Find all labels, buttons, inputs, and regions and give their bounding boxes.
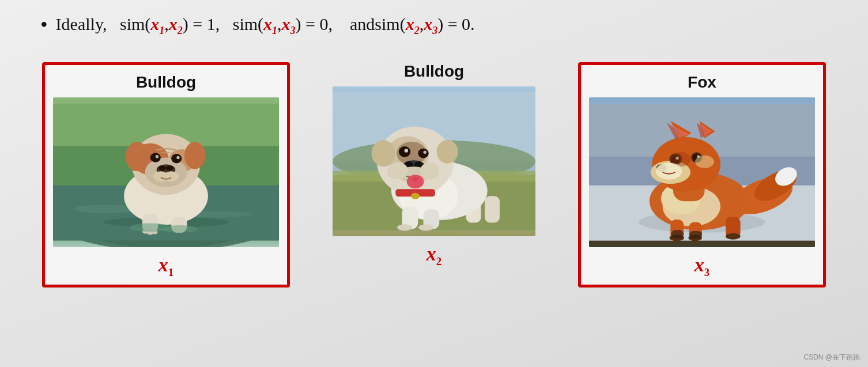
svg-point-62	[437, 140, 458, 164]
svg-point-91	[695, 156, 714, 168]
card3-image	[589, 97, 815, 247]
ideally-word: Ideally,	[56, 12, 120, 36]
sim-close-3: ) = 0.	[437, 12, 474, 36]
svg-point-31	[164, 172, 179, 182]
cards-area: Bulldog	[23, 56, 845, 361]
sim-func-1: sim(	[120, 12, 150, 36]
svg-point-61	[372, 140, 395, 167]
sim-func-3: sim(	[375, 12, 405, 36]
svg-point-47	[423, 151, 427, 154]
svg-point-16	[166, 166, 173, 171]
svg-point-56	[411, 193, 420, 199]
svg-point-20	[176, 156, 179, 159]
and-word: and	[350, 12, 375, 36]
svg-point-18	[171, 154, 182, 163]
x3-var-2: x3	[424, 12, 437, 38]
card1-image	[53, 97, 279, 247]
svg-point-53	[387, 162, 408, 180]
x1-var-2: x1	[263, 12, 277, 38]
x2-var-1: x2	[169, 12, 183, 38]
card2-title: Bulldog	[404, 62, 464, 81]
bullet-point: •	[40, 10, 48, 39]
card3-title: Fox	[688, 73, 716, 92]
card2-image	[333, 86, 535, 236]
card-x3: Fox	[578, 62, 826, 287]
svg-rect-98	[671, 230, 684, 239]
svg-point-59	[397, 225, 412, 231]
card3-label: x3	[695, 254, 710, 279]
svg-point-60	[418, 225, 433, 231]
svg-rect-99	[689, 231, 702, 239]
svg-point-45	[418, 149, 429, 158]
card-x1: Bulldog	[42, 62, 290, 287]
svg-point-46	[405, 149, 408, 153]
comma-1: ,	[164, 12, 169, 36]
x3-var-1: x3	[282, 12, 296, 38]
sim-close-2: ) = 0,	[296, 12, 350, 36]
svg-rect-38	[485, 196, 500, 223]
watermark: CSDN @在下跳跳	[803, 353, 860, 362]
svg-point-54	[420, 162, 439, 180]
svg-point-22	[184, 142, 205, 169]
svg-point-44	[399, 146, 410, 157]
card1-label: x1	[158, 254, 173, 279]
card1-title: Bulldog	[136, 73, 196, 92]
svg-point-29	[161, 225, 198, 233]
formula-line: • Ideally, sim(x1,x2) = 1, sim(x1,x3) = …	[23, 10, 845, 39]
card2-label: x2	[427, 243, 441, 268]
svg-point-21	[126, 142, 149, 172]
sim-func-2: sim(	[233, 12, 263, 36]
card-x2: Bulldog	[324, 62, 544, 274]
x2-var-2: x2	[406, 12, 420, 38]
svg-point-90	[656, 163, 682, 180]
svg-point-97	[726, 233, 741, 240]
slide-container: • Ideally, sim(x1,x2) = 1, sim(x1,x3) = …	[0, 0, 868, 367]
comma-2: ,	[277, 12, 282, 36]
svg-point-17	[150, 153, 161, 162]
x1-var-1: x1	[150, 12, 164, 38]
formula-text: Ideally, sim(x1,x2) = 1, sim(x1,x3) = 0,…	[56, 12, 475, 38]
svg-point-15	[158, 166, 166, 171]
sim-close-1: ) = 1,	[183, 12, 233, 36]
svg-point-19	[156, 155, 158, 158]
